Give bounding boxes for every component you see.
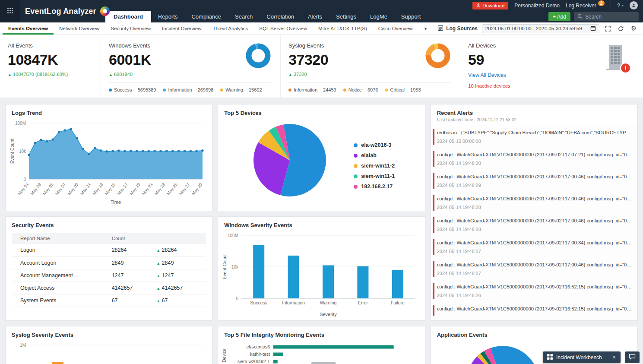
app-logo[interactable]: EventLog Analyzer — [20, 0, 105, 22]
dashboard-subtab[interactable]: Security Overview — [105, 22, 156, 35]
dashboard-subtab[interactable]: Events Overview — [3, 22, 54, 35]
logs-trend-chart: 100M10k0May 01May 03May 05May 07May 09Ma… — [9, 118, 209, 206]
legend-item: Information 269698 — [163, 87, 213, 92]
report-name-cell: Logon — [12, 244, 103, 256]
delta-cell: ▲ 2849 — [148, 256, 206, 269]
chat-button[interactable] — [625, 351, 640, 363]
legend-dot — [163, 89, 166, 92]
legend-item[interactable]: 192.168.2.17 — [354, 184, 395, 190]
stat-all-devices: All Devices 59 View All Devices 10 Inact… — [460, 35, 643, 98]
report-name-cell: Account Management — [12, 269, 103, 282]
dashboard-subtab[interactable]: Incident Overview — [156, 22, 207, 35]
help-menu[interactable]: ?▾ — [617, 3, 624, 9]
nav-item[interactable]: Settings — [329, 11, 363, 22]
syslog-severity-bar-chart: 1M1k0InformationNoticeCriticalSeverityEv… — [9, 340, 209, 364]
nav-item[interactable]: Support — [394, 11, 428, 22]
nav-item[interactable]: Dashboard — [105, 11, 151, 22]
alert-item[interactable]: configd : WatchGuard-XTM V1C5000000000 (… — [431, 148, 637, 170]
alert-item[interactable]: configd : WatchGuard-XTM V1C5000000000 (… — [431, 258, 637, 280]
global-search[interactable] — [574, 12, 639, 21]
dashboard-subtab[interactable]: Mitre ATT&CK TTP(S) — [313, 22, 373, 35]
up-triangle-icon: ▲ — [156, 274, 160, 278]
stat-label: All Events — [8, 42, 101, 49]
nav-item[interactable]: Correlation — [260, 11, 301, 22]
table-row[interactable]: Logon 28264 ▲ 28264 — [12, 244, 206, 256]
more-tabs-chevron[interactable]: ▾ — [418, 22, 433, 35]
legend-dot — [343, 89, 346, 92]
alert-item[interactable]: configd : WatchGuard-XTM V1C5000000000 (… — [431, 236, 637, 258]
legend-item[interactable]: siem-win11-1 — [354, 173, 395, 179]
svg-text:100M: 100M — [228, 233, 238, 238]
log-sources-button[interactable]: Log Sources — [437, 25, 478, 32]
search-input[interactable] — [585, 14, 632, 20]
logs-trend-panel: Logs Trend 100M10k0May 01May 03May 05May… — [5, 104, 212, 211]
legend-dot — [354, 174, 358, 178]
windows-severity-panel: Windows Severity Events 100M10k0SuccessI… — [218, 216, 425, 321]
chevron-down-icon: ▾ — [622, 3, 624, 7]
legend-item: Information 24459 — [288, 87, 336, 92]
close-icon[interactable]: ✕ — [612, 355, 616, 360]
alert-message: configd : WatchGuard-XTM V1C5000000000 (… — [437, 240, 632, 245]
dashboard-subtab-bar: Events OverviewNetwork OverviewSecurity … — [0, 22, 643, 35]
alert-message: configd : WatchGuard-XTM V1C5000000000 (… — [437, 218, 632, 223]
user-avatar[interactable] — [630, 1, 638, 9]
legend-dot — [288, 89, 291, 92]
legend-item[interactable]: ela-w2016-3 — [354, 142, 395, 148]
legend-item: Critical 1953 — [385, 87, 421, 92]
alert-message: configd : WatchGuard-XTM V1C5000000000 (… — [437, 262, 632, 267]
alert-item[interactable]: configd : WatchGuard-XTM V1C5000000000 (… — [431, 214, 637, 236]
alert-item[interactable]: configd : WatchGuard-XTM V1C5000000000 (… — [431, 192, 637, 214]
dashboard-subtab[interactable]: Cisco Overview — [373, 22, 418, 35]
table-row[interactable]: Object Access 4142657 ▲ 4142657 — [12, 282, 206, 294]
person-icon — [631, 2, 636, 9]
svg-text:May 05: May 05 — [42, 182, 54, 196]
inactive-devices-text: 10 Inactive devices — [468, 83, 643, 89]
main-nav: DashboardReportsComplianceSearchCorrelat… — [105, 11, 428, 22]
nav-item[interactable]: Compliance — [184, 11, 228, 22]
alert-item[interactable]: configd : WatchGuard-XTM V1C5000000000 (… — [431, 302, 637, 319]
table-row[interactable]: System Events 67 ▲ 67 — [12, 294, 206, 307]
legend-item[interactable]: siem-win11-2 — [354, 163, 395, 169]
table-row[interactable]: Account Logon 2849 ▲ 2849 — [12, 256, 206, 269]
dashboard-subtab[interactable]: Network Overview — [54, 22, 105, 35]
alert-item[interactable]: configd : WatchGuard-XTM V1C5000000000 (… — [431, 170, 637, 192]
settings-gear-button[interactable]: ⚙ — [630, 24, 638, 33]
dashboard-subtab[interactable]: SQL Server Overview — [253, 22, 313, 35]
alert-time: 2024-05-14 19:48:27 — [437, 249, 632, 254]
dashboard-subtab[interactable]: Threat Analytics — [207, 22, 253, 35]
nav-item[interactable]: Search — [228, 11, 260, 22]
expand-button[interactable] — [604, 24, 612, 33]
add-button[interactable]: + Add — [548, 12, 570, 21]
download-button[interactable]: Download — [472, 2, 508, 9]
personalized-demo-link[interactable]: Personalized Demo — [514, 3, 560, 9]
alert-item[interactable]: configd : WatchGuard-XTM V1C5000000000 (… — [431, 280, 637, 302]
apps-grid-button[interactable] — [0, 0, 20, 22]
date-range-picker[interactable]: 2024-05-01 00:00:00 - 2024-05-30 23:59:5… — [482, 24, 599, 33]
incident-workbench-toast: Incident Workbench ✕ — [543, 351, 621, 363]
legend-item[interactable]: elalab — [354, 152, 395, 158]
calendar-icon — [590, 25, 596, 32]
nav-item[interactable]: Alerts — [301, 11, 329, 22]
count-cell: 1247 — [103, 269, 148, 282]
svg-text:Success: Success — [250, 300, 268, 305]
nav-item[interactable]: Reports — [151, 11, 185, 22]
table-row[interactable]: Account Management 1247 ▲ 1247 — [12, 269, 206, 282]
utility-row: Download Personalized Demo Log Receiver … — [105, 0, 643, 11]
log-receiver-link[interactable]: Log Receiver 2 — [566, 3, 605, 9]
top-devices-pie-chart — [253, 123, 327, 197]
nav-item[interactable]: LogMe — [363, 11, 394, 22]
up-triangle-icon: ▲ — [8, 73, 12, 77]
top-devices-legend: ela-w2016-3elalabsiem-win11-2siem-win11-… — [354, 142, 395, 194]
table-header-row: Report Name Count — [12, 233, 206, 244]
scrollbar-thumb[interactable] — [311, 362, 336, 364]
panel-title: Top 5 Devices — [218, 104, 424, 118]
view-all-devices-link[interactable]: View All Devices — [468, 72, 643, 78]
refresh-button[interactable] — [617, 24, 625, 33]
chevron-down-icon: ▾ — [424, 26, 427, 32]
security-events-table: Report Name Count Logon 28264 ▲ 28264 Ac… — [12, 233, 206, 307]
alert-item[interactable]: redbus.in : {"SUBTYPE":"Supply Chain Bre… — [431, 126, 637, 148]
svg-text:May 15: May 15 — [104, 182, 117, 196]
svg-text:Error: Error — [358, 300, 368, 305]
panel-title: Syslog Severity Events — [6, 326, 212, 340]
svg-text:May 27: May 27 — [178, 182, 191, 196]
